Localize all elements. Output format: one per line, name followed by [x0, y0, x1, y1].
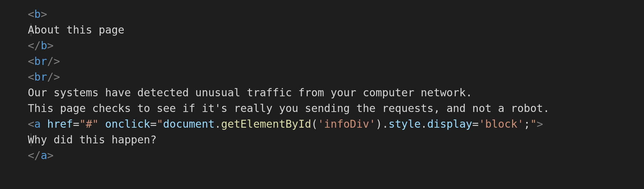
- code-line: │ About this page: [28, 24, 124, 36]
- tag-close-bracket: >: [47, 149, 53, 162]
- whitespace: [41, 118, 47, 130]
- tag-open-bracket: </: [28, 149, 41, 162]
- tag-name-a: a: [41, 149, 47, 162]
- tag-name-br: br: [34, 55, 47, 67]
- js-assign: =: [472, 118, 479, 130]
- code-line: </a>: [28, 149, 53, 162]
- tag-close-bracket: >: [47, 39, 53, 52]
- js-document: document: [163, 118, 215, 130]
- js-semicolon: ;: [524, 118, 530, 130]
- text-content: This page checks to see if it's really y…: [28, 102, 550, 114]
- attr-href-value: "#": [80, 118, 99, 130]
- tag-open-bracket: <: [28, 55, 34, 67]
- tag-self-close: />: [47, 55, 60, 67]
- tag-open-bracket: <: [28, 71, 34, 83]
- code-line: </b>: [28, 39, 53, 52]
- equals-sign: =: [73, 118, 79, 130]
- js-getelementbyid: getElementById: [221, 118, 311, 130]
- whitespace: [99, 118, 105, 130]
- tag-close-bracket: >: [537, 118, 543, 130]
- js-dot: .: [421, 118, 427, 130]
- tag-open-bracket: </: [28, 39, 41, 52]
- code-line: <a href="#" onclick="document.getElement…: [28, 118, 543, 130]
- tag-name-br: br: [34, 71, 47, 83]
- string-quote: ": [530, 118, 537, 130]
- js-style: style: [389, 118, 421, 130]
- text-content: Our systems have detected unusual traffi…: [28, 86, 472, 99]
- tag-close-bracket: >: [41, 8, 47, 20]
- tag-self-close: />: [47, 71, 60, 83]
- tag-name-a: a: [34, 118, 41, 130]
- js-display: display: [427, 118, 472, 130]
- text-content: Why did this happen?: [28, 133, 157, 146]
- code-line: This page checks to see if it's really y…: [28, 102, 550, 114]
- attr-onclick: onclick: [105, 118, 150, 130]
- js-paren-open: (: [311, 118, 318, 130]
- js-dot: .: [382, 118, 388, 130]
- attr-href: href: [47, 118, 73, 130]
- js-dot: .: [215, 118, 221, 130]
- code-line: <b>: [28, 8, 47, 20]
- code-line: │ Why did this happen?: [28, 133, 157, 146]
- code-line: Our systems have detected unusual traffi…: [28, 86, 472, 99]
- code-line: <br/>: [28, 71, 60, 83]
- js-paren-close: ): [375, 118, 382, 130]
- tag-name-b: b: [34, 8, 41, 20]
- code-editor-viewport[interactable]: <b> │ About this page </b> <br/> <br/> O…: [0, 0, 644, 163]
- string-quote: ": [157, 118, 163, 130]
- js-string-infodiv: 'infoDiv': [318, 118, 376, 130]
- tag-open-bracket: <: [28, 8, 34, 20]
- js-string-block: 'block': [479, 118, 523, 130]
- equals-sign: =: [150, 118, 157, 130]
- tag-open-bracket: <: [28, 118, 34, 130]
- code-line: <br/>: [28, 55, 60, 67]
- tag-name-b: b: [41, 39, 47, 52]
- text-content: About this page: [28, 24, 124, 36]
